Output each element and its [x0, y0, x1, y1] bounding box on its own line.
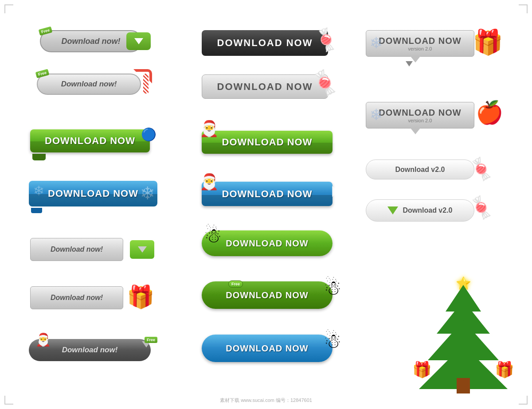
- download-btn-c2-5[interactable]: DOWNLOAD NOW ☃: [202, 230, 344, 259]
- candy-icon-c3-3: 🍬: [466, 154, 498, 184]
- santa-hat-icon-1: 🎅: [35, 332, 51, 347]
- btn-c3-3-label: Download v2.0: [395, 166, 445, 174]
- free-badge-c2-6: Free: [228, 280, 243, 288]
- btn-6-label: Download now!: [51, 294, 103, 302]
- btn-2-body: Download now!: [37, 74, 141, 95]
- btn-7-label: Download now!: [62, 346, 118, 354]
- btn-c2-6-label: DOWNLOAD NOW: [226, 290, 308, 300]
- btn-3-body: DOWNLOAD NOW: [30, 129, 150, 152]
- download-btn-c2-7[interactable]: DOWNLOAD NOW ☃: [202, 335, 344, 365]
- snowflake-icon-c3-2: ❄: [370, 106, 383, 124]
- arrow-right-icon-c2-3: [333, 133, 341, 144]
- download-btn-4[interactable]: DOWNLOAD NOW ❄ ❄: [29, 181, 166, 210]
- btn-c3-2-label: DOWNLOAD NOW: [379, 108, 461, 118]
- arrow-right-icon-c2-4: [332, 186, 340, 197]
- download-btn-5[interactable]: Download now!: [30, 238, 154, 264]
- arrow-down-icon-c3-1: [406, 61, 413, 66]
- gift-icon: 🎁: [127, 284, 154, 310]
- snowflake-icon-2: ❄: [33, 183, 44, 199]
- snowflake-icon-1: ❄: [140, 183, 155, 203]
- btn-c2-3-body: DOWNLOAD NOW: [202, 131, 332, 154]
- corner-bl: [4, 396, 13, 405]
- btn-c2-4-body: DOWNLOAD NOW: [202, 182, 332, 206]
- download-btn-7[interactable]: Download now! 🎅 Free: [29, 335, 162, 363]
- btn-c2-6-body: DOWNLOAD NOW: [202, 281, 332, 309]
- btn-c2-7-label: DOWNLOAD NOW: [226, 343, 308, 354]
- snowman-icon-c2-7: ☃: [324, 329, 341, 353]
- btn-c2-2-label: DOWNLOAD NOW: [217, 81, 313, 93]
- download-btn-c3-2[interactable]: DOWNLOAD NOW version 2.0 ❄ 🍎: [366, 102, 503, 142]
- speech-bubble-tail-2: [410, 128, 421, 134]
- btn-4-body: DOWNLOAD NOW ❄ ❄: [29, 181, 157, 206]
- christmas-tree: ⭐ 🎁 🎁: [408, 276, 519, 396]
- btn-6-gray: Download now!: [30, 286, 123, 309]
- btn-c2-4-label: DOWNLOAD NOW: [222, 188, 313, 200]
- download-btn-c3-4[interactable]: Download v2.0 🍬: [366, 199, 494, 224]
- gift-icon-c3-1: 🎁: [473, 28, 503, 57]
- arrow-down-icon-c3-4: [387, 206, 398, 214]
- btn-c3-1-body: DOWNLOAD NOW version 2.0 ❄: [366, 30, 474, 57]
- corner-tr: [519, 4, 528, 13]
- btn-1-label: Download now!: [62, 37, 121, 46]
- btn-c3-4-label: Download v2.0: [403, 206, 452, 214]
- tree-gift-right: 🎁: [495, 361, 514, 379]
- btn-2-label: Download now!: [61, 80, 117, 89]
- download-btn-c2-4[interactable]: DOWNLOAD NOW 🎅: [202, 175, 344, 208]
- btn-4-tab: [31, 208, 42, 213]
- arrow-down-icon: [134, 38, 143, 44]
- watermark: 素材下载 www.sucai.com 编号：12847601: [220, 397, 312, 404]
- download-btn-c3-3[interactable]: Download v2.0 🍬: [366, 160, 494, 182]
- btn-5-label: Download now!: [51, 245, 103, 253]
- santa-hat-icon-c2-4: 🎅: [200, 173, 219, 191]
- candy-cane-icon-1: [137, 69, 152, 96]
- santa-hat-icon-c2-3: 🎅: [200, 120, 219, 138]
- btn-c2-1-label: DOWNLOAD NOW: [217, 37, 313, 49]
- corner-tl: [4, 4, 13, 13]
- btn-3-tab: [32, 154, 46, 160]
- free-badge-7: Free: [145, 337, 157, 343]
- download-btn-c2-2[interactable]: DOWNLOAD NOW 🍬: [202, 74, 339, 101]
- btn-c3-4-body: Download v2.0: [366, 199, 474, 222]
- btn-c2-1-body: DOWNLOAD NOW: [202, 30, 328, 56]
- btn-c3-1-version: version 2.0: [408, 46, 432, 51]
- download-btn-c3-1[interactable]: DOWNLOAD NOW version 2.0 ❄ 🎁: [366, 30, 503, 70]
- download-btn-c2-6[interactable]: DOWNLOAD NOW ☃ Free: [202, 281, 344, 312]
- download-btn-1[interactable]: Download now! Free: [31, 30, 151, 55]
- btn-c3-1-label: DOWNLOAD NOW: [379, 36, 461, 46]
- btn-c2-7-body: DOWNLOAD NOW: [202, 335, 332, 362]
- btn-c3-3-body: Download v2.0: [366, 160, 474, 179]
- arrow-down-gray-icon: [138, 246, 147, 253]
- btn-3-label: DOWNLOAD NOW: [45, 135, 135, 147]
- download-btn-6[interactable]: Download now! 🎁: [30, 286, 154, 312]
- corner-br: [519, 396, 528, 405]
- download-btn-2[interactable]: Download now! Free: [30, 71, 163, 100]
- snowflake-icon-c3-1: ❄: [370, 34, 383, 52]
- btn-c3-2-body: DOWNLOAD NOW version 2.0 ❄: [366, 102, 474, 129]
- btn-1-green-end: [126, 32, 151, 50]
- btn-c2-3-label: DOWNLOAD NOW: [222, 136, 313, 148]
- snowman-icon-c2-5: ☃: [204, 224, 222, 247]
- btn-5-gray: Download now!: [30, 238, 123, 261]
- download-btn-c2-1[interactable]: DOWNLOAD NOW 🍬: [202, 30, 339, 59]
- tree-trunk: [457, 378, 470, 393]
- ornament-icon: 🔵: [141, 127, 156, 142]
- snowman-icon-c2-6: ☃: [324, 276, 341, 300]
- btn-5-green-end: [130, 240, 154, 259]
- btn-c2-5-label: DOWNLOAD NOW: [226, 238, 308, 249]
- download-btn-c2-3[interactable]: DOWNLOAD NOW 🎅: [202, 124, 344, 155]
- download-btn-3[interactable]: DOWNLOAD NOW 🔵: [30, 127, 159, 156]
- btn-4-label: DOWNLOAD NOW: [48, 188, 138, 199]
- page-container: Download now! Free Download now! Free DO…: [0, 0, 532, 409]
- fruit-icon-c3-2: 🍎: [476, 100, 503, 125]
- btn-c3-2-version: version 2.0: [408, 118, 432, 123]
- tree-gift-left: 🎁: [412, 361, 432, 379]
